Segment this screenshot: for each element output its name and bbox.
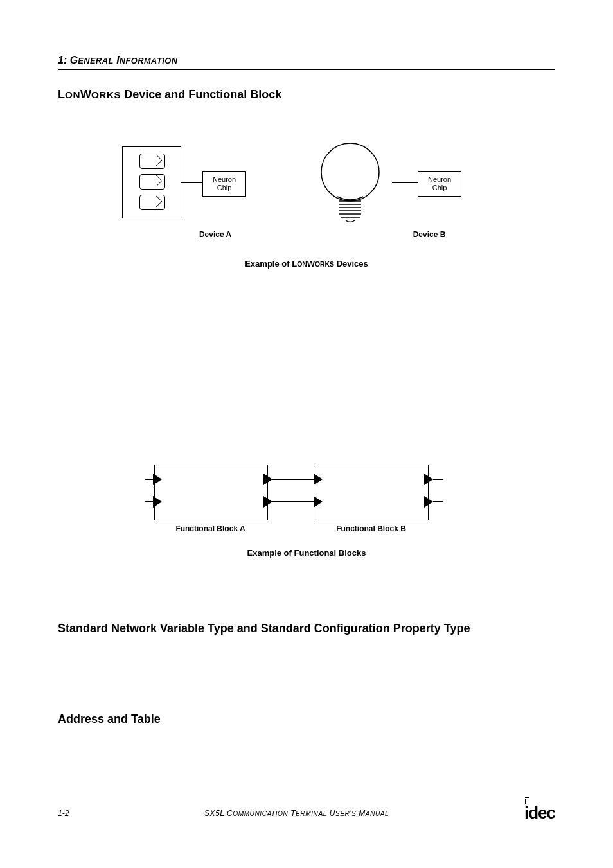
arrow-icon [153, 496, 162, 508]
lightbulb-icon [308, 140, 392, 243]
switch-icon [139, 174, 165, 190]
figure1-caption: Example of LONWORKS Devices [58, 259, 555, 269]
lw-w: W [80, 88, 91, 101]
idec-logo-icon: idec [524, 803, 555, 823]
connector-line [392, 182, 418, 183]
lw-l: L [58, 88, 65, 101]
footer-manual-title: SX5L COMMUNICATION TERMINAL USER'S MANUA… [69, 809, 524, 818]
output-stub [433, 501, 443, 502]
fblock-a-label: Functional Block A [154, 524, 267, 533]
section-title-address-table: Address and Table [58, 713, 555, 726]
page-number: 1-2 [58, 809, 69, 818]
lw-on: ON [65, 89, 80, 100]
figure-functional-blocks: Functional Block A Functional Block B Ex… [58, 448, 555, 603]
lw-orks: ORKS [91, 89, 121, 100]
functional-block-b [315, 465, 429, 520]
arrow-icon [314, 496, 323, 508]
functional-block-a [154, 465, 268, 520]
output-stub [433, 479, 443, 480]
cap-suffix: Devices [334, 259, 368, 269]
connector-line [272, 479, 315, 480]
neuron-chip-a-box: Neuron Chip [202, 171, 246, 197]
device-a-label: Device A [177, 230, 254, 239]
fblock-b-label: Functional Block B [315, 524, 427, 533]
section-title-lonworks-device: LONWORKS Device and Functional Block [58, 88, 555, 102]
device-a-box [122, 146, 181, 218]
arrow-icon [263, 496, 272, 508]
figure-lonworks-devices: Neuron Chip Device A Neuron Chip Device … [58, 140, 555, 301]
arrow-icon [424, 474, 433, 485]
cap-prefix: Example of L [245, 259, 297, 269]
switch-icon [139, 195, 165, 210]
page-footer: 1-2 SX5L COMMUNICATION TERMINAL USER'S M… [58, 803, 555, 823]
section-title-snvt-scpt: Standard Network Variable Type and Stand… [58, 622, 555, 635]
figure2-caption: Example of Functional Blocks [58, 548, 555, 558]
switch-icon [139, 154, 165, 169]
connector-line [272, 501, 315, 502]
arrow-icon [314, 474, 323, 485]
cap-w: W [307, 259, 315, 269]
svg-point-0 [321, 143, 379, 201]
chapter-title-information: NFORMATION [120, 56, 178, 66]
cap-on: ON [297, 261, 307, 268]
connector-line [181, 182, 202, 183]
neuron-chip-label: Neuron Chip [213, 175, 236, 191]
chapter-title-general: ENERAL [78, 56, 114, 66]
device-b-label: Device B [391, 230, 468, 239]
cap-orks: ORKS [315, 261, 334, 268]
neuron-chip-b-box: Neuron Chip [418, 171, 461, 197]
arrow-icon [153, 474, 162, 485]
arrow-icon [424, 496, 433, 508]
section-rest: Device and Functional Block [121, 88, 281, 101]
chapter-num: 1: [58, 55, 67, 66]
chapter-title-g: G [70, 55, 78, 66]
arrow-icon [263, 474, 272, 485]
chapter-heading: 1: GENERAL INFORMATION [58, 55, 555, 70]
neuron-chip-label: Neuron Chip [428, 175, 451, 191]
